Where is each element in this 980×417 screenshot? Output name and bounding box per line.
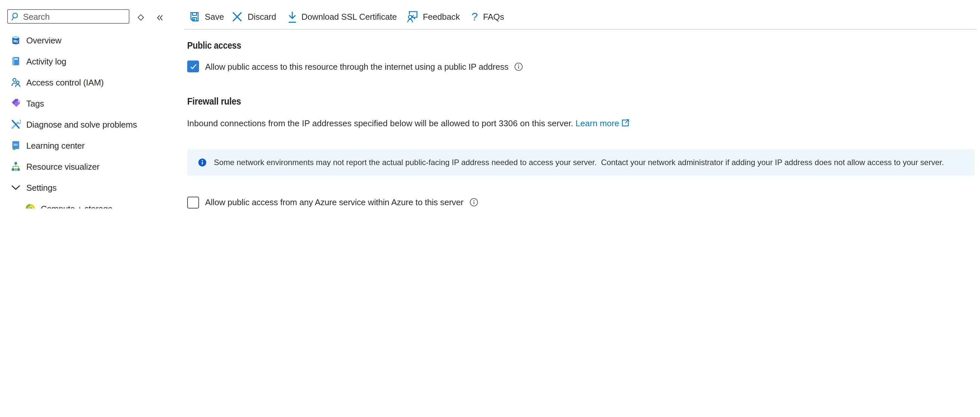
svg-text:My: My <box>13 39 18 43</box>
svg-text:$: $ <box>29 206 31 209</box>
svg-text:101: 101 <box>13 143 18 146</box>
